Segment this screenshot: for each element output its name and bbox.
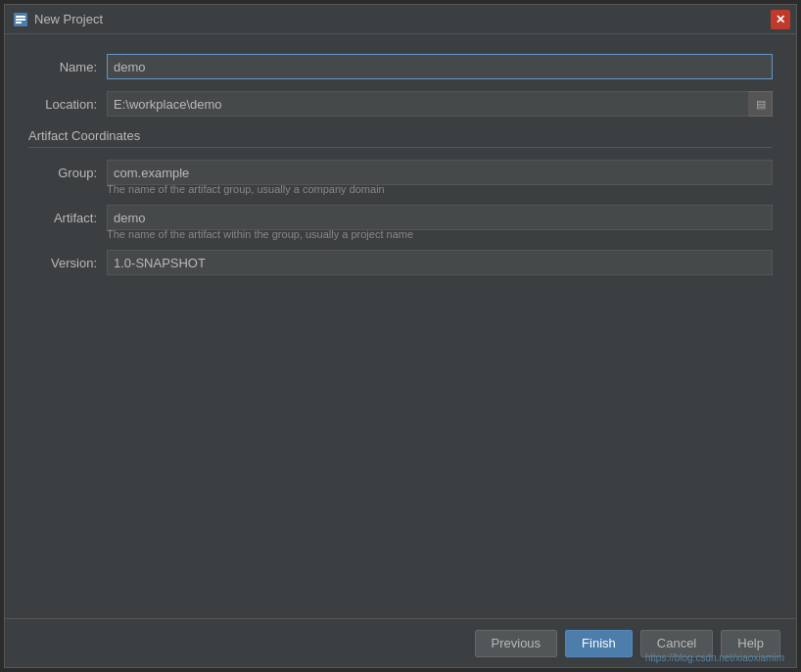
artifact-row: Artifact: <box>28 205 773 230</box>
title-bar-text: New Project <box>34 12 788 26</box>
artifact-label: Artifact: <box>28 211 107 225</box>
version-row: Version: <box>28 250 773 275</box>
new-project-dialog: New Project ✕ Name: Location: ▤ Artifact… <box>4 4 797 668</box>
close-button[interactable]: ✕ <box>771 10 790 29</box>
footer-url: https://blog.csdn.net/xiaoxiamim <box>5 652 796 663</box>
location-row: Location: ▤ <box>28 91 773 117</box>
title-bar: New Project ✕ <box>5 5 796 34</box>
version-label: Version: <box>28 256 107 270</box>
svg-rect-2 <box>16 19 25 21</box>
title-bar-icon <box>13 12 28 27</box>
svg-rect-1 <box>16 16 25 18</box>
location-label: Location: <box>28 97 107 112</box>
location-field-group: ▤ <box>107 91 773 117</box>
group-label: Group: <box>28 166 107 180</box>
name-label: Name: <box>28 60 107 74</box>
artifact-input[interactable] <box>107 205 773 230</box>
svg-rect-3 <box>16 22 22 24</box>
folder-icon: ▤ <box>756 98 766 111</box>
dialog-content: Name: Location: ▤ Artifact Coordinates G… <box>5 34 796 618</box>
name-input[interactable] <box>107 54 773 79</box>
location-browse-button[interactable]: ▤ <box>749 91 773 117</box>
dialog-footer: Previous Finish Cancel Help https://blog… <box>5 618 796 667</box>
group-row: Group: <box>28 160 773 185</box>
location-input[interactable] <box>107 91 749 117</box>
artifact-coordinates-header: Artifact Coordinates <box>28 128 773 148</box>
version-input[interactable] <box>107 250 773 275</box>
group-input[interactable] <box>107 160 773 185</box>
name-row: Name: <box>28 54 773 79</box>
